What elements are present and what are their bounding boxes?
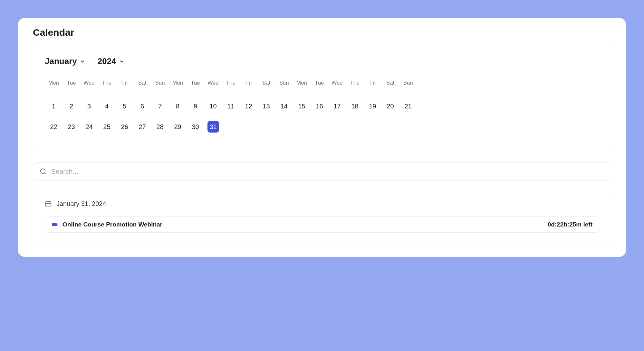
- chevron-down-icon: [80, 59, 85, 64]
- day-column: Sat13: [257, 80, 275, 142]
- day-cell[interactable]: 5: [119, 100, 130, 112]
- day-column: Thu11: [222, 80, 240, 142]
- video-icon: [52, 221, 58, 228]
- day-cell[interactable]: 19: [367, 100, 379, 112]
- day-column: Mon829: [169, 80, 187, 142]
- year-selector[interactable]: 2024: [98, 56, 125, 66]
- events-panel: January 31, 2024 Online Course Promotion…: [33, 191, 611, 242]
- day-cell[interactable]: 17: [332, 100, 343, 112]
- year-label: 2024: [98, 56, 116, 66]
- event-date-row: January 31, 2024: [45, 200, 599, 208]
- day-column: Mon15: [293, 80, 311, 142]
- day-column: Mon122: [45, 80, 62, 142]
- month-selector[interactable]: January: [45, 56, 85, 66]
- day-cell[interactable]: 18: [349, 100, 361, 112]
- day-cell[interactable]: 20: [385, 100, 396, 112]
- day-header: Wed: [207, 80, 219, 88]
- day-column: Sun728: [151, 80, 169, 142]
- day-cell[interactable]: 13: [261, 100, 272, 112]
- day-header: Tue: [315, 80, 324, 88]
- day-cell[interactable]: 24: [83, 121, 95, 133]
- event-item[interactable]: Online Course Promotion Webinar 0d:22h:2…: [45, 217, 599, 233]
- day-cell[interactable]: 22: [48, 121, 60, 133]
- day-cell[interactable]: 2: [66, 100, 77, 112]
- day-cell[interactable]: 4: [101, 100, 113, 112]
- day-column: Tue930: [187, 80, 204, 142]
- page-title: Calendar: [33, 27, 611, 38]
- day-header: Tue: [67, 80, 76, 88]
- search-icon: [40, 168, 47, 175]
- search-box[interactable]: [33, 162, 611, 180]
- day-cell[interactable]: 6: [137, 100, 148, 112]
- event-date: January 31, 2024: [56, 200, 106, 208]
- day-header: Fri: [121, 80, 128, 88]
- event-time-left: 0d:22h:25m left: [548, 221, 592, 228]
- day-column: Wed17: [328, 80, 346, 142]
- day-column: Fri12: [240, 80, 257, 142]
- day-cell[interactable]: 14: [278, 100, 290, 112]
- day-header: Sun: [279, 80, 289, 88]
- day-cell[interactable]: 10: [207, 100, 219, 112]
- day-cell[interactable]: 21: [402, 100, 414, 112]
- month-year-row: January 2024: [45, 56, 599, 66]
- day-header: Thu: [226, 80, 235, 88]
- day-column: Sat627: [133, 80, 151, 142]
- calendar-icon: [45, 200, 52, 208]
- day-cell[interactable]: 27: [137, 121, 148, 133]
- day-cell[interactable]: 31: [207, 121, 219, 133]
- day-cell[interactable]: 3: [83, 100, 95, 112]
- day-column: Fri19: [364, 80, 381, 142]
- svg-point-0: [41, 169, 45, 174]
- day-column: Tue16: [311, 80, 328, 142]
- day-column: Sun21: [399, 80, 417, 142]
- month-label: January: [45, 56, 77, 66]
- svg-line-1: [44, 173, 46, 174]
- day-cell[interactable]: 8: [172, 100, 184, 112]
- day-cell[interactable]: 25: [101, 121, 113, 133]
- day-cell[interactable]: 9: [190, 100, 201, 112]
- day-column: Sat20: [381, 80, 399, 142]
- day-header: Wed: [332, 80, 343, 88]
- day-header: Fri: [245, 80, 252, 88]
- day-header: Sat: [262, 80, 271, 88]
- day-cell[interactable]: 30: [190, 121, 201, 133]
- svg-rect-2: [46, 201, 51, 207]
- calendar-card: Calendar January 2024 Mon122Tue223Wed324…: [18, 18, 626, 257]
- day-cell[interactable]: 12: [243, 100, 255, 112]
- day-cell[interactable]: 11: [225, 100, 237, 112]
- day-header: Mon: [296, 80, 307, 88]
- day-header: Thu: [102, 80, 111, 88]
- search-input[interactable]: [51, 168, 604, 175]
- day-column: Wed324: [80, 80, 98, 142]
- svg-rect-6: [52, 223, 56, 226]
- day-cell[interactable]: 7: [154, 100, 166, 112]
- day-cell[interactable]: 15: [296, 100, 308, 112]
- event-left: Online Course Promotion Webinar: [52, 221, 162, 228]
- day-header: Sun: [155, 80, 165, 88]
- day-header: Thu: [350, 80, 360, 88]
- day-column: Thu425: [98, 80, 116, 142]
- day-cell[interactable]: 26: [119, 121, 130, 133]
- day-column: Fri526: [116, 80, 133, 142]
- day-header: Mon: [48, 80, 59, 88]
- day-cell[interactable]: 28: [154, 121, 166, 133]
- day-cell[interactable]: 16: [314, 100, 325, 112]
- day-column: Thu18: [346, 80, 364, 142]
- day-header: Sun: [403, 80, 413, 88]
- day-header: Fri: [370, 80, 376, 88]
- day-cell[interactable]: 1: [48, 100, 60, 112]
- day-header: Wed: [83, 80, 95, 88]
- chevron-down-icon: [119, 59, 125, 64]
- day-cell[interactable]: 29: [172, 121, 184, 133]
- calendar-panel: January 2024 Mon122Tue223Wed324Thu425Fri…: [33, 46, 611, 152]
- day-cell[interactable]: 23: [66, 121, 77, 133]
- day-column: Sun14: [275, 80, 293, 142]
- day-column: Wed1031: [204, 80, 222, 142]
- event-title: Online Course Promotion Webinar: [62, 221, 162, 228]
- day-column: Tue223: [62, 80, 80, 142]
- calendar-grid: Mon122Tue223Wed324Thu425Fri526Sat627Sun7…: [45, 80, 599, 142]
- day-header: Mon: [172, 80, 183, 88]
- svg-marker-7: [56, 223, 57, 226]
- day-header: Sat: [386, 80, 395, 88]
- day-header: Tue: [191, 80, 200, 88]
